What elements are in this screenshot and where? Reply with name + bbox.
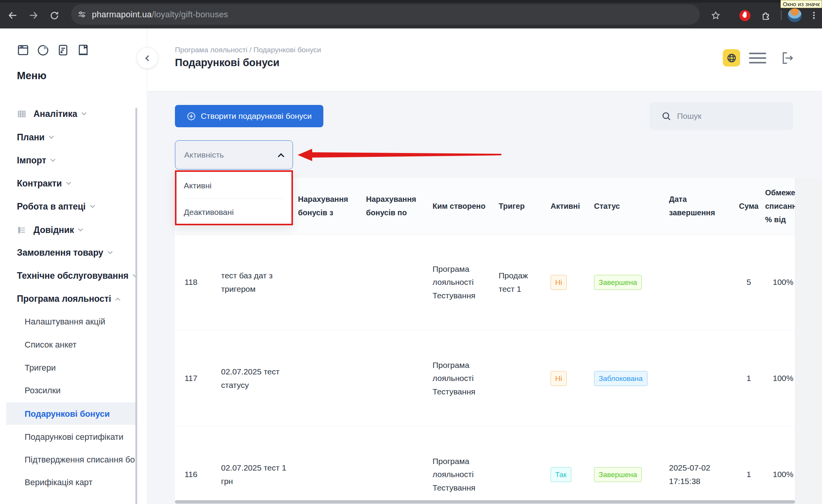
cell-limit: 100% bbox=[765, 468, 795, 481]
chevron-up-icon bbox=[115, 298, 120, 303]
column-header-accrual-to[interactable]: Нарахування бонусів по bbox=[366, 193, 433, 220]
search-box[interactable] bbox=[650, 102, 793, 130]
sidebar-subitem-card-verification[interactable]: Верифікація карт bbox=[25, 475, 92, 490]
table-row[interactable]: 117 02.07.2025 тест статусу Програма лоя… bbox=[175, 331, 795, 427]
cell-limit: 100% bbox=[765, 372, 795, 385]
logout-icon bbox=[779, 50, 795, 66]
cell-created-by: Програма лояльності Тестування bbox=[433, 359, 499, 399]
sidebar-subitem-mailings[interactable]: Розсилки bbox=[25, 383, 61, 398]
globe-icon bbox=[726, 53, 737, 63]
activity-filter-dropdown[interactable]: Активність bbox=[175, 140, 293, 170]
active-badge: Ні bbox=[551, 275, 567, 290]
filter-option-deactivated[interactable]: Деактивовані bbox=[184, 208, 234, 217]
sidebar-subitem-gift-bonuses[interactable]: Подарункові бонуси bbox=[25, 406, 110, 422]
browser-back-button[interactable] bbox=[5, 8, 20, 23]
chevron-down-icon bbox=[66, 180, 71, 185]
column-header-trigger[interactable]: Тригер bbox=[499, 200, 551, 213]
sidebar-item-goods-order[interactable]: Замовлення товару bbox=[17, 245, 112, 260]
pie-chart-icon[interactable] bbox=[36, 43, 50, 57]
sidebar-subitem-triggers[interactable]: Тригери bbox=[25, 360, 56, 376]
burger-line bbox=[749, 53, 766, 54]
column-header-accrual-from[interactable]: Нарахування бонусів з bbox=[298, 193, 366, 220]
puzzle-icon bbox=[761, 10, 772, 21]
content-area: Створити подарункові бонуси Нарахування … bbox=[148, 91, 822, 504]
browser-reload-button[interactable] bbox=[47, 8, 62, 23]
sidebar-item-analytics[interactable]: Аналітика bbox=[17, 106, 86, 121]
column-header-end-date[interactable]: Дата завершення bbox=[669, 193, 732, 220]
cell-id: 117 bbox=[175, 372, 221, 385]
document-icon[interactable] bbox=[56, 43, 70, 57]
option-divider bbox=[184, 198, 285, 199]
sidebar-collapse-button[interactable] bbox=[137, 48, 158, 68]
chevron-down-icon bbox=[82, 110, 87, 115]
sidebar-subitem-writeoff-confirmation[interactable]: Підтвердження списання бону... bbox=[25, 452, 136, 467]
sidebar-item-pharmacy-work[interactable]: Робота в аптеці bbox=[17, 199, 94, 214]
cell-status: Заблокована bbox=[594, 371, 669, 386]
menu-toggle-button[interactable] bbox=[749, 49, 766, 67]
list-icon bbox=[17, 225, 27, 235]
filter-option-active[interactable]: Активні bbox=[184, 181, 211, 190]
logout-button[interactable] bbox=[778, 49, 795, 67]
subitem-label: Тригери bbox=[25, 363, 56, 373]
sidebar-item-label: Замовлення товару bbox=[17, 248, 103, 258]
sidebar-item-directory[interactable]: Довідник bbox=[17, 222, 82, 238]
grid-icon bbox=[17, 109, 27, 119]
search-input[interactable] bbox=[677, 111, 785, 121]
chevron-down-icon bbox=[108, 249, 113, 254]
subitem-label: Подарункові бонуси bbox=[25, 409, 110, 419]
column-header-created-by[interactable]: Ким створено bbox=[433, 200, 499, 213]
adblock-extension-button[interactable] bbox=[737, 8, 752, 23]
cell-name: 02.07.2025 тест 1 грн bbox=[221, 461, 298, 488]
cell-id: 118 bbox=[175, 276, 221, 289]
active-badge: Ні bbox=[551, 371, 567, 386]
horizontal-scrollbar[interactable] bbox=[175, 500, 795, 504]
bookmark-star-button[interactable] bbox=[708, 8, 723, 23]
reload-icon bbox=[49, 10, 60, 21]
create-gift-bonuses-button[interactable]: Створити подарункові бонуси bbox=[175, 105, 323, 127]
subitem-label: Верифікація карт bbox=[25, 477, 92, 487]
book-icon[interactable] bbox=[76, 43, 90, 57]
sidebar-subitem-promo-settings[interactable]: Налаштування акцій bbox=[25, 314, 105, 329]
sidebar-item-contracts[interactable]: Контракти bbox=[17, 176, 70, 191]
sidebar-item-label: Імпорт bbox=[17, 155, 46, 166]
create-button-label: Створити подарункові бонуси bbox=[201, 111, 312, 121]
page-title: Подарункові бонуси bbox=[175, 57, 280, 69]
burger-line bbox=[749, 62, 766, 63]
url-path: /loyalty/gift-bonuses bbox=[152, 10, 228, 19]
column-header-active[interactable]: Активні bbox=[551, 200, 594, 213]
back-arrow-icon bbox=[7, 10, 18, 21]
browser-menu-button[interactable] bbox=[807, 8, 821, 23]
cell-name: тест баз дат з тригером bbox=[221, 269, 298, 296]
sidebar-subitem-gift-certificates[interactable]: Подарункові сертифікати bbox=[25, 429, 123, 445]
sidebar-item-plans[interactable]: Плани bbox=[17, 130, 53, 145]
subitem-label: Підтвердження списання бону... bbox=[25, 455, 136, 465]
sidebar-item-loyalty-program[interactable]: Програма лояльності bbox=[17, 291, 120, 306]
cell-active: Ні bbox=[551, 275, 594, 290]
filter-label: Активність bbox=[184, 150, 224, 160]
sidebar-item-label: Аналітика bbox=[33, 109, 77, 119]
column-header-sum[interactable]: Сума bbox=[732, 200, 765, 213]
sidebar-item-label: Довідник bbox=[33, 225, 74, 235]
archive-box-icon[interactable] bbox=[16, 43, 30, 57]
subitem-label: Налаштування акцій bbox=[25, 317, 105, 327]
site-settings-icon[interactable] bbox=[77, 10, 87, 19]
column-header-status[interactable]: Статус bbox=[594, 200, 669, 213]
cell-sum: 1 bbox=[732, 468, 765, 481]
table-row[interactable]: 118 тест баз дат з тригером Програма лоя… bbox=[175, 235, 795, 331]
sidebar-item-import[interactable]: Імпорт bbox=[17, 153, 55, 168]
sidebar-scrollbar[interactable] bbox=[135, 108, 137, 504]
extensions-button[interactable] bbox=[759, 8, 774, 23]
address-bar[interactable]: pharmapoint.ua/loyalty/gift-bonuses bbox=[71, 4, 700, 25]
gift-bonuses-table: Нарахування бонусів з Нарахування бонусі… bbox=[175, 178, 795, 504]
browser-forward-button[interactable] bbox=[26, 8, 41, 23]
table-row[interactable]: 116 02.07.2025 тест 1 грн Програма лояль… bbox=[175, 427, 795, 504]
breadcrumb: Програма лояльності / Подарункові бонуси bbox=[175, 46, 321, 54]
sidebar-item-maintenance[interactable]: Технічне обслуговування bbox=[17, 268, 137, 283]
chevron-left-icon bbox=[145, 55, 151, 61]
language-button[interactable] bbox=[723, 49, 740, 67]
activity-filter-options-panel: Активні Деактивовані bbox=[175, 170, 293, 225]
profile-avatar[interactable] bbox=[788, 8, 802, 22]
browser-top-strip bbox=[0, 0, 822, 3]
column-header-limit[interactable]: Обмеження списання % від bbox=[765, 186, 795, 226]
sidebar-subitem-questionnaires[interactable]: Список анкет bbox=[25, 337, 77, 353]
